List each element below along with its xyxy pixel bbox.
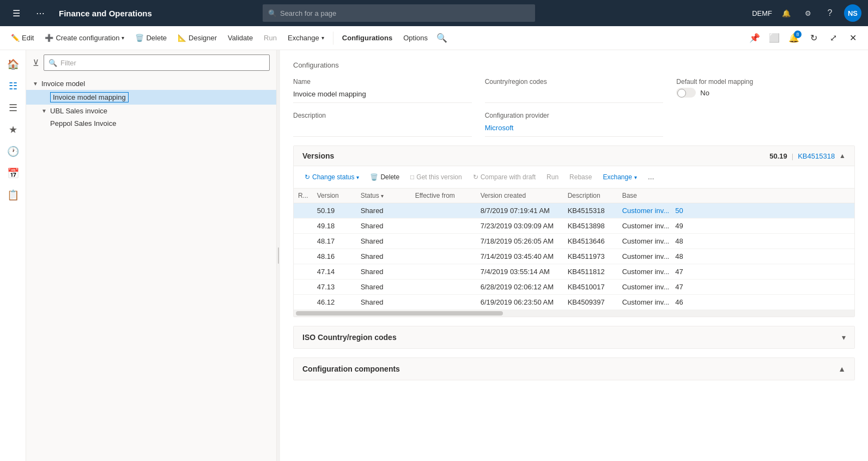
- version-number: 50.19: [769, 152, 787, 160]
- checklist-icon[interactable]: 📋: [3, 185, 23, 205]
- cell-r: [294, 219, 313, 234]
- versions-run-button[interactable]: Run: [542, 169, 563, 185]
- help-icon[interactable]: ?: [822, 5, 837, 21]
- tree-item-invoice-model-mapping[interactable]: Invoice model mapping: [26, 90, 276, 105]
- run-button[interactable]: Run: [259, 29, 281, 47]
- expand-icon[interactable]: ⬜: [766, 29, 783, 47]
- cell-effective-from: [411, 219, 476, 234]
- th-version[interactable]: Version: [313, 189, 356, 203]
- versions-collapse-icon[interactable]: ▲: [839, 152, 846, 160]
- table-row[interactable]: 47.14 Shared 7/4/2019 03:55:14 AM KB4511…: [294, 264, 854, 280]
- exchange-button[interactable]: Exchange ▾: [283, 29, 329, 47]
- cell-base: Customer inv... 47: [618, 280, 854, 295]
- cell-description: KB4511812: [563, 264, 618, 280]
- cell-status: Shared: [356, 219, 411, 234]
- iso-collapse-icon: ▾: [842, 333, 846, 342]
- th-base[interactable]: Base: [618, 189, 854, 203]
- get-this-version-button[interactable]: □ Get this version: [406, 169, 466, 185]
- create-configuration-button[interactable]: ➕ Create configuration ▾: [40, 29, 129, 47]
- pin-icon[interactable]: 📌: [746, 29, 763, 47]
- filter-icon[interactable]: ☷: [3, 76, 23, 96]
- search-bar[interactable]: 🔍: [263, 4, 535, 22]
- list-icon[interactable]: ☰: [3, 98, 23, 118]
- configurations-button[interactable]: Configurations: [338, 29, 397, 47]
- th-effective-from[interactable]: Effective from: [411, 189, 476, 203]
- th-r: R...: [294, 189, 313, 203]
- table-row[interactable]: 50.19 Shared 8/7/2019 07:19:41 AM KB4515…: [294, 203, 854, 219]
- search-input[interactable]: [280, 9, 530, 17]
- compare-with-draft-button[interactable]: ↻ Compare with draft: [469, 169, 540, 185]
- config-components-header[interactable]: Configuration components ▲: [294, 358, 854, 380]
- config-components-collapse-icon: ▲: [838, 365, 846, 373]
- table-row[interactable]: 47.13 Shared 6/28/2019 02:06:12 AM KB451…: [294, 280, 854, 295]
- filter-input-wrap[interactable]: 🔍: [44, 54, 270, 71]
- filter-funnel-icon: ⊻: [33, 58, 39, 68]
- waffle-icon[interactable]: ⋯: [31, 3, 50, 23]
- th-version-created[interactable]: Version created: [476, 189, 563, 203]
- get-version-icon: □: [410, 173, 414, 181]
- cell-effective-from: [411, 249, 476, 264]
- table-row[interactable]: 46.12 Shared 6/19/2019 06:23:50 AM KB450…: [294, 295, 854, 310]
- home-icon[interactable]: 🏠: [3, 54, 23, 74]
- description-field: Description: [293, 112, 472, 137]
- default-model-mapping-toggle[interactable]: [676, 88, 696, 98]
- horizontal-scrollbar[interactable]: [294, 310, 854, 317]
- app-title: Finance and Operations: [59, 9, 152, 18]
- versions-table-scroll[interactable]: R... Version Status ▾ Effective from Ver…: [294, 189, 854, 310]
- close-icon[interactable]: ✕: [844, 29, 861, 47]
- exchange-btn-chevron: ▾: [634, 174, 637, 180]
- country-region-codes-value: [485, 88, 664, 103]
- cell-status: Shared: [356, 295, 411, 310]
- star-icon[interactable]: ★: [3, 120, 23, 139]
- designer-button[interactable]: 📐 Designer: [173, 29, 221, 47]
- refresh-icon[interactable]: ↻: [805, 29, 822, 47]
- scrollbar-thumb[interactable]: [296, 311, 503, 316]
- notification-badge-icon[interactable]: 🔔8: [785, 29, 803, 47]
- open-new-icon[interactable]: ⤢: [824, 29, 842, 47]
- calendar-icon[interactable]: 📅: [3, 163, 23, 183]
- search-cmd-icon[interactable]: 🔍: [436, 33, 447, 43]
- tree-item-invoice-model[interactable]: ▼ Invoice model: [26, 77, 276, 90]
- options-button[interactable]: Options: [399, 29, 432, 47]
- more-options-button[interactable]: …: [644, 169, 659, 185]
- tree-item-ubl-sales-invoice[interactable]: ▼ UBL Sales invoice: [26, 105, 276, 117]
- edit-icon: ✏️: [11, 34, 20, 42]
- delete-button[interactable]: 🗑️ Delete: [131, 29, 171, 47]
- filter-search-icon: 🔍: [48, 59, 57, 67]
- cell-description: KB4510017: [563, 280, 618, 295]
- iso-section-header[interactable]: ISO Country/region codes ▾: [294, 326, 854, 348]
- hamburger-menu-icon[interactable]: ☰: [7, 3, 26, 23]
- versions-exchange-button[interactable]: Exchange ▾: [598, 169, 641, 185]
- validate-button[interactable]: Validate: [223, 29, 257, 47]
- cell-r: [294, 280, 313, 295]
- notifications-icon[interactable]: 🔔: [779, 5, 794, 21]
- sidebar-icons: 🏠 ☷ ☰ ★ 🕐 📅 📋: [0, 50, 26, 461]
- cell-status: Shared: [356, 280, 411, 295]
- table-row[interactable]: 48.17 Shared 7/18/2019 05:26:05 AM KB451…: [294, 234, 854, 249]
- config-provider-value[interactable]: Microsoft: [485, 122, 664, 137]
- edit-button[interactable]: ✏️ Edit: [7, 29, 38, 47]
- filter-input[interactable]: [60, 59, 265, 67]
- table-row[interactable]: 49.18 Shared 7/23/2019 03:09:09 AM KB451…: [294, 219, 854, 234]
- versions-header: Versions 50.19 | KB4515318 ▲: [294, 146, 854, 166]
- avatar[interactable]: NS: [844, 4, 861, 22]
- cell-description: KB4509397: [563, 295, 618, 310]
- table-row[interactable]: 48.16 Shared 7/14/2019 03:45:40 AM KB451…: [294, 249, 854, 264]
- settings-icon[interactable]: ⚙: [800, 5, 816, 21]
- rebase-button[interactable]: Rebase: [565, 169, 596, 185]
- th-description[interactable]: Description: [563, 189, 618, 203]
- name-field: Name Invoice model mapping: [293, 78, 472, 103]
- versions-delete-button[interactable]: 🗑️ Delete: [366, 169, 404, 185]
- cell-effective-from: [411, 280, 476, 295]
- default-model-mapping-value: No: [700, 89, 709, 97]
- search-icon: 🔍: [268, 9, 277, 17]
- change-status-button[interactable]: ↻ Change status ▾: [300, 169, 363, 185]
- tree-item-peppol-sales-invoice[interactable]: Peppol Sales Invoice: [26, 117, 276, 130]
- main-content: Configurations Name Invoice model mappin…: [280, 50, 868, 461]
- default-model-mapping-toggle-wrap: No: [676, 88, 855, 98]
- clock-icon[interactable]: 🕐: [3, 142, 23, 161]
- versions-title: Versions: [302, 151, 334, 160]
- cell-effective-from: [411, 295, 476, 310]
- th-status[interactable]: Status ▾: [356, 189, 411, 203]
- status-filter-icon[interactable]: ▾: [381, 193, 384, 199]
